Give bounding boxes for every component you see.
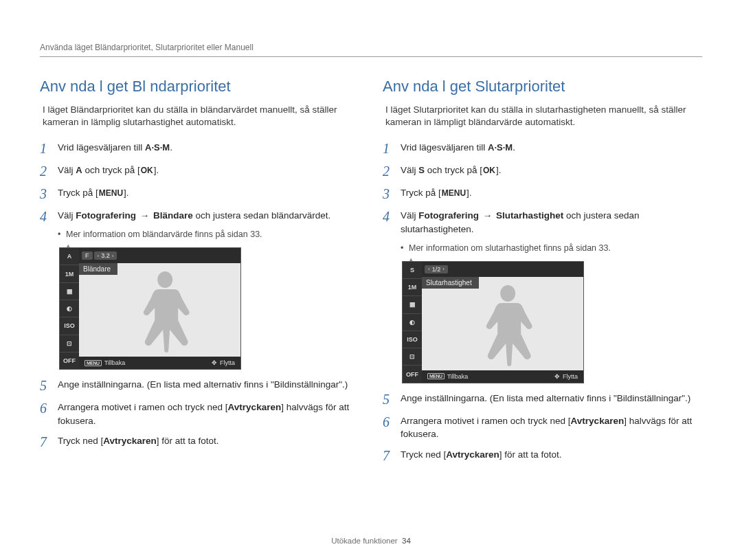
step-4: 4 Välj Fotografering → Slutarhastighet o…: [383, 209, 702, 254]
step-6: 6Arrangera motivet i ramen och tryck ned…: [383, 414, 702, 441]
arrow-icon: →: [482, 209, 494, 223]
step-7: 7Tryck ned [Avtryckaren] för att ta foto…: [40, 434, 359, 450]
step-1: 1 Vrid lägesväljaren till A·S·M.: [40, 141, 359, 157]
step-text: Vrid lägesväljaren till: [401, 142, 488, 153]
silhouette-icon: [477, 281, 539, 370]
step-text: ].: [154, 165, 159, 175]
step-text: Välj: [58, 210, 76, 221]
intro-aperture: I läget Bländarprioritet kan du ställa i…: [40, 104, 359, 128]
lcd-preview-aperture: ▴ A 1M ▦ ◐ ISO ⊡ OFF F ‹3.2›: [59, 247, 359, 370]
step-text: Ange inställningarna. (En lista med alte…: [401, 392, 702, 405]
aperture-value-chip: ‹3.2›: [94, 251, 117, 260]
ok-button-label: OK: [140, 165, 154, 177]
intro-shutter: I läget Slutarprioritet kan du ställa in…: [383, 104, 702, 128]
step-text: Arrangera motivet i ramen och tryck ned …: [401, 416, 571, 426]
step-6: 6Arrangera motivet i ramen och tryck ned…: [40, 401, 359, 427]
step-text: ].: [466, 188, 472, 198]
shutter-label: Avtryckaren: [571, 416, 625, 426]
step-text: Tryck på [: [58, 188, 98, 198]
shutter-label: Avtryckaren: [446, 449, 499, 460]
step-5: 5Ange inställningarna. (En lista med alt…: [40, 378, 359, 394]
asm-icon: A·S·M: [488, 142, 513, 155]
step-text: ].: [124, 188, 129, 198]
lcd-side-icon: 1M: [60, 265, 79, 282]
lcd-side-icon: ISO: [60, 317, 79, 335]
step-1: 1 Vrid lägesväljaren till A·S·M.: [383, 141, 702, 157]
lcd-side-icon: ⊡: [403, 348, 422, 366]
aperture-chip: F: [82, 251, 93, 260]
move-label: Flytta: [220, 359, 235, 366]
shutter-label: Avtryckaren: [103, 436, 157, 446]
menu-button-label: MENU: [441, 188, 466, 199]
step-text: Välj: [401, 210, 418, 221]
lcd-topbar: F ‹3.2›: [79, 248, 240, 263]
lcd-side-icon: ▦: [60, 283, 79, 300]
step-2: 2 Välj S och tryck på [OK].: [383, 164, 702, 179]
column-shutter-priority: Anv nda l get Slutarprioritet I läget Sl…: [383, 78, 702, 471]
mode-s-icon: S: [418, 164, 425, 177]
lcd-side-icon: OFF: [403, 366, 422, 382]
step-text: Tryck ned [: [401, 449, 446, 460]
menu-path-2: Slutarhastighet: [496, 210, 563, 221]
step-3: 3 Tryck på [MENU].: [383, 186, 702, 202]
silhouette-icon: [134, 267, 196, 357]
shutter-value-chip: ‹1/2›: [425, 265, 448, 273]
step-4: 4 Välj Fotografering → Bländare och just…: [40, 209, 359, 240]
move-label: Flytta: [563, 373, 578, 380]
lcd-sidebar: S 1M ▦ ◐ ISO ⊡ OFF: [403, 262, 422, 383]
lcd-preview-shutter: ▴ S 1M ▦ ◐ ISO ⊡ OFF ‹1/2› Slut: [402, 261, 702, 383]
lcd-side-icon: ISO: [403, 331, 422, 348]
section-title-aperture: Anv nda l get Bl ndarprioritet: [40, 78, 359, 96]
step-text: ] för att ta fotot.: [499, 449, 562, 460]
menu-icon: MENU: [85, 360, 102, 366]
lcd-side-icon: ◐: [60, 300, 79, 317]
column-aperture-priority: Anv nda l get Bl ndarprioritet I läget B…: [40, 78, 359, 471]
step-text: och tryck på [: [425, 165, 482, 175]
step-text: och justera sedan bländarvärdet.: [193, 210, 330, 221]
arrow-icon: →: [139, 209, 151, 223]
sub-bullet: Mer information om bländarvärde finns på…: [58, 228, 359, 240]
menu-path-1: Fotografering: [418, 210, 479, 221]
menu-path-2: Bländare: [153, 210, 193, 221]
lcd-label: Bländare: [79, 263, 117, 275]
chevron-up-icon: ▴: [67, 242, 70, 249]
step-text: ].: [496, 165, 502, 175]
step-2: 2 Välj A och tryck på [OK].: [40, 164, 359, 179]
lcd-bottombar: MENUTillbaka ✥Flytta: [422, 370, 583, 383]
page-number: 34: [402, 537, 411, 545]
step-text: Vrid lägesväljaren till: [58, 142, 145, 153]
asm-icon: A·S·M: [145, 142, 170, 155]
lcd-side-icon: ▦: [403, 296, 422, 313]
back-label: Tillbaka: [447, 373, 469, 380]
lcd-side-icon: OFF: [60, 352, 79, 369]
lcd-side-icon: S: [403, 262, 422, 279]
step-text: Tryck ned [: [58, 436, 103, 446]
chevron-up-icon: ▴: [409, 256, 413, 262]
lcd-bottombar: MENUTillbaka ✥Flytta: [79, 357, 240, 369]
ok-button-label: OK: [482, 165, 496, 177]
step-5: 5Ange inställningarna. (En lista med alt…: [383, 392, 702, 407]
page-footer: Utökade funktioner 34: [0, 537, 742, 545]
menu-path-1: Fotografering: [76, 210, 136, 221]
lcd-label: Slutarhastighet: [422, 277, 479, 289]
lcd-sidebar: A 1M ▦ ◐ ISO ⊡ OFF: [60, 248, 79, 369]
step-3: 3 Tryck på [MENU].: [40, 186, 359, 202]
footer-text: Utökade funktioner: [331, 537, 398, 545]
step-text: Arrangera motivet i ramen och tryck ned …: [58, 402, 228, 412]
step-7: 7Tryck ned [Avtryckaren] för att ta foto…: [383, 448, 702, 464]
move-icon: ✥: [554, 373, 560, 380]
header-breadcrumb: Använda läget Bländarprioritet, Slutarpr…: [40, 43, 702, 57]
move-icon: ✥: [212, 359, 217, 366]
menu-icon: MENU: [427, 373, 445, 379]
section-title-shutter: Anv nda l get Slutarprioritet: [383, 78, 702, 96]
lcd-side-icon: A: [60, 248, 79, 265]
lcd-side-icon: 1M: [403, 279, 422, 296]
lcd-side-icon: ⊡: [60, 335, 79, 352]
lcd-topbar: ‹1/2›: [422, 262, 583, 277]
step-text: Välj: [401, 165, 418, 175]
step-text: Ange inställningarna. (En lista med alte…: [58, 378, 359, 392]
back-label: Tillbaka: [104, 359, 126, 366]
sub-bullet: Mer information om slutarhastighet finns…: [401, 242, 702, 254]
step-text: och tryck på [: [82, 165, 140, 175]
step-text: Välj: [58, 165, 76, 175]
